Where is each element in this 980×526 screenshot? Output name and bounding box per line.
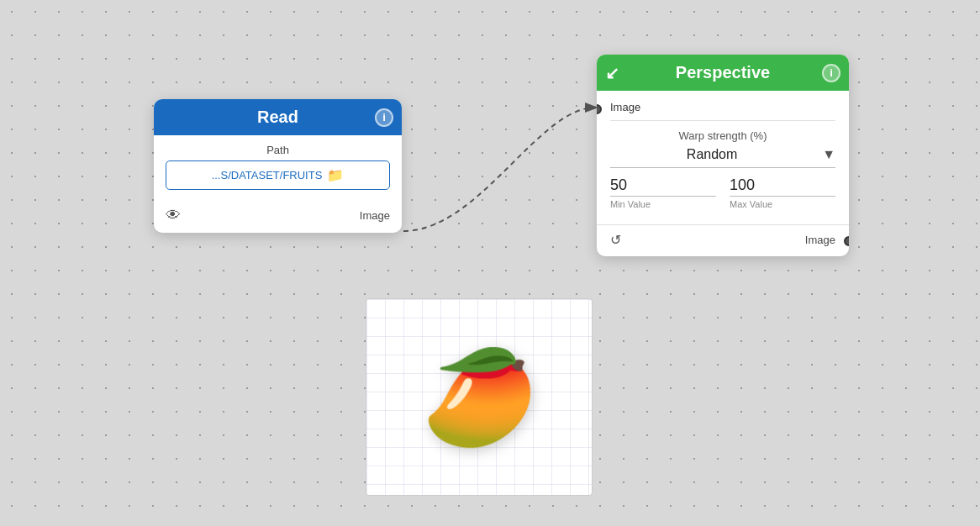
read-node-footer: 👁 Image (154, 202, 402, 233)
path-value[interactable]: ...S/DATASET/FRUITS 📁 (166, 160, 390, 190)
min-value-col: 50 Min Value (610, 176, 716, 209)
max-value[interactable]: 100 (730, 176, 835, 197)
min-max-row: 50 Min Value 100 Max Value (610, 176, 835, 209)
perspective-node-header: ↙ Perspective i (597, 55, 849, 91)
perspective-output-label: Image (805, 234, 835, 246)
max-label: Max Value (730, 199, 835, 209)
path-text: ...S/DATASET/FRUITS (212, 169, 323, 181)
min-value[interactable]: 50 (610, 176, 716, 197)
image-input-row: Image (610, 97, 835, 121)
folder-icon: 📁 (327, 167, 344, 183)
perspective-node: ↙ Perspective i Image Warp strength (%) … (597, 55, 849, 256)
read-node-body: Path ...S/DATASET/FRUITS 📁 (154, 135, 402, 202)
dropdown-value: Random (610, 147, 814, 162)
read-node: Read i Path ...S/DATASET/FRUITS 📁 👁 Imag… (154, 99, 402, 233)
warp-strength-label: Warp strength (%) (610, 129, 835, 142)
perspective-output-dot[interactable] (844, 236, 849, 246)
min-label: Min Value (610, 199, 716, 209)
perspective-info-button[interactable]: i (822, 64, 840, 82)
refresh-icon[interactable]: ↺ (610, 232, 621, 248)
mango-image: 🥭 (422, 343, 537, 451)
random-dropdown[interactable]: Random ▼ (610, 147, 835, 168)
perspective-input-label: Image (610, 101, 640, 113)
read-node-title: Read (257, 108, 298, 127)
read-node-header: Read i (154, 99, 402, 135)
perspective-node-body: Image Warp strength (%) Random ▼ 50 Min … (597, 91, 849, 224)
read-output-label: Image (360, 209, 390, 222)
perspective-input-dot[interactable] (597, 104, 602, 114)
perspective-header-icon: ↙ (605, 63, 619, 83)
image-preview: 🥭 (366, 298, 593, 496)
perspective-footer: ↺ Image (597, 224, 849, 256)
read-info-button[interactable]: i (375, 108, 393, 127)
perspective-node-title: Perspective (676, 63, 770, 82)
eye-icon[interactable]: 👁 (166, 207, 181, 224)
dropdown-arrow-icon: ▼ (822, 147, 835, 162)
max-value-col: 100 Max Value (730, 176, 835, 209)
path-label: Path (166, 144, 390, 156)
